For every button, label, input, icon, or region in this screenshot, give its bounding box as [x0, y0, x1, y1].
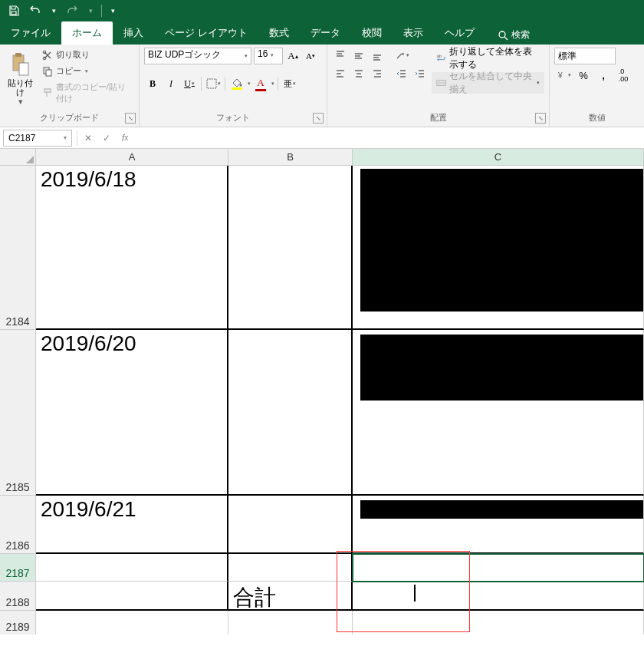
cell-B2188[interactable]: 合計 — [228, 582, 353, 611]
merge-center-button[interactable]: セルを結合して中央揃え▾ — [432, 72, 544, 94]
formula-input[interactable] — [134, 130, 644, 147]
ribbon-group-font: BIZ UDPゴシック▾ 16▾ A▴ A▾ B I U▾ ▾ ▾ A — [140, 45, 327, 127]
row-header-2187[interactable]: 2187 — [0, 554, 36, 582]
accounting-format-button[interactable]: ¥▾ — [554, 68, 573, 83]
ribbon-group-clipboard: 貼り付け ▾ 切り取り コピー▾ 書式のコピー/貼り付け クリップボード ⤡ — [0, 45, 140, 127]
ribbon-group-number: 標準 ¥▾ % , .0.00 数値 — [550, 45, 644, 127]
phonetic-button[interactable]: 亜▾ — [281, 75, 298, 92]
name-box[interactable]: C2187 ▾ — [3, 130, 72, 147]
decrease-indent-button[interactable] — [393, 66, 410, 81]
enter-formula-button[interactable]: ✓ — [97, 130, 116, 147]
row-header-2186[interactable]: 2186 — [0, 496, 36, 554]
search-box[interactable]: 検索 — [491, 25, 536, 45]
cell-B2184[interactable] — [228, 166, 353, 330]
cell-A2188[interactable] — [36, 582, 228, 611]
svg-line-1 — [504, 37, 508, 40]
tab-data[interactable]: データ — [300, 21, 351, 45]
align-left-button[interactable] — [332, 66, 349, 81]
cell-C2186[interactable] — [353, 496, 644, 554]
font-dialog-launcher[interactable]: ⤡ — [313, 113, 324, 124]
col-header-C[interactable]: C — [353, 149, 644, 166]
cell-B2186[interactable] — [228, 496, 353, 554]
number-format-select[interactable]: 標準 — [554, 48, 616, 64]
cut-button[interactable]: 切り取り — [39, 48, 134, 62]
svg-text:ab: ab — [437, 54, 442, 58]
column-headers: A B C — [0, 149, 644, 166]
name-box-dropdown-icon: ▾ — [64, 134, 67, 141]
align-center-button[interactable] — [350, 66, 367, 81]
paste-label: 貼り付け — [6, 78, 34, 97]
tab-help[interactable]: ヘルプ — [434, 21, 485, 45]
align-top-button[interactable] — [332, 48, 349, 63]
number-group-label: 数値 — [554, 110, 639, 125]
italic-button[interactable]: I — [163, 75, 179, 92]
tab-home[interactable]: ホーム — [61, 21, 113, 45]
search-placeholder: 検索 — [511, 28, 530, 41]
select-all-corner[interactable] — [0, 149, 36, 166]
tab-formulas[interactable]: 数式 — [258, 21, 300, 45]
font-size-input[interactable]: 16▾ — [254, 48, 283, 64]
cancel-formula-button[interactable]: ✕ — [79, 130, 97, 147]
cell-A2184[interactable]: 2019/6/18 — [36, 166, 228, 330]
merge-label: セルを結合して中央揃え — [449, 70, 533, 96]
cell-A2189[interactable] — [36, 611, 228, 635]
clipboard-dialog-launcher[interactable]: ⤡ — [125, 113, 136, 124]
align-bottom-button[interactable] — [369, 48, 386, 63]
save-button[interactable] — [5, 2, 23, 20]
redo-dropdown[interactable]: ▾ — [84, 2, 97, 20]
font-name-input[interactable]: BIZ UDPゴシック▾ — [144, 48, 251, 64]
row-header-2184[interactable]: 2184 — [0, 166, 36, 330]
tab-insert[interactable]: 挿入 — [113, 21, 154, 45]
cell-A2185[interactable]: 2019/6/20 — [36, 330, 228, 496]
copy-button[interactable]: コピー▾ — [39, 64, 134, 78]
comma-button[interactable]: , — [594, 68, 613, 83]
insert-function-button[interactable]: fx — [116, 130, 134, 147]
wrap-label: 折り返して全体を表示する — [449, 45, 540, 71]
tab-review[interactable]: 校閲 — [351, 21, 393, 45]
qat-customize[interactable]: ▾ — [107, 2, 119, 20]
font-color-button[interactable]: A — [252, 77, 269, 91]
bold-button[interactable]: B — [144, 75, 161, 92]
cell-C2188[interactable] — [353, 582, 644, 611]
percent-button[interactable]: % — [574, 68, 593, 83]
cell-C2187[interactable] — [353, 554, 644, 582]
cell-A2186[interactable]: 2019/6/21 — [36, 496, 228, 554]
ribbon-tabs: ファイル ホーム 挿入 ページ レイアウト 数式 データ 校閲 表示 ヘルプ 検… — [0, 21, 644, 45]
increase-indent-button[interactable] — [412, 66, 429, 81]
increase-font-button[interactable]: A▴ — [285, 48, 301, 64]
orientation-button[interactable]: ▾ — [393, 48, 410, 63]
undo-button[interactable] — [26, 2, 44, 20]
cell-C2184[interactable] — [353, 166, 644, 330]
underline-button[interactable]: U▾ — [181, 75, 198, 92]
borders-button[interactable]: ▾ — [205, 75, 222, 92]
font-name-value: BIZ UDPゴシック — [148, 49, 221, 60]
cell-B2189[interactable] — [228, 611, 353, 635]
decrease-font-button[interactable]: A▾ — [303, 48, 318, 64]
increase-decimal-button[interactable]: .0.00 — [614, 68, 632, 83]
col-header-B[interactable]: B — [228, 149, 353, 166]
col-header-A[interactable]: A — [36, 149, 228, 166]
cell-B2185[interactable] — [228, 330, 353, 496]
cell-C2189[interactable] — [353, 611, 644, 635]
tab-page-layout[interactable]: ページ レイアウト — [154, 21, 258, 45]
undo-dropdown[interactable]: ▾ — [48, 2, 60, 20]
fill-color-button[interactable] — [228, 78, 245, 90]
paste-button[interactable]: 貼り付け ▾ — [5, 48, 36, 110]
wrap-text-button[interactable]: ab 折り返して全体を表示する — [432, 48, 544, 69]
cell-A2187[interactable] — [36, 554, 228, 582]
tab-view[interactable]: 表示 — [393, 21, 434, 45]
row-header-2188[interactable]: 2188 — [0, 582, 36, 611]
align-middle-button[interactable] — [350, 48, 367, 63]
align-right-button[interactable] — [369, 66, 386, 81]
tab-file[interactable]: ファイル — [0, 21, 61, 45]
row-headers: 2184 2185 2186 2187 2188 2189 — [0, 166, 36, 635]
alignment-dialog-launcher[interactable]: ⤡ — [535, 113, 546, 124]
format-painter-button[interactable]: 書式のコピー/貼り付け — [39, 80, 134, 106]
cell-B2187[interactable] — [228, 554, 353, 582]
copy-icon — [42, 66, 53, 77]
cell-C2185[interactable] — [353, 330, 644, 496]
redo-button[interactable] — [63, 2, 81, 20]
ribbon-group-alignment: ▾ ab 折り返して全体を表示する セルを結合して — [327, 45, 550, 127]
row-header-2185[interactable]: 2185 — [0, 330, 36, 496]
row-header-2189[interactable]: 2189 — [0, 611, 36, 635]
